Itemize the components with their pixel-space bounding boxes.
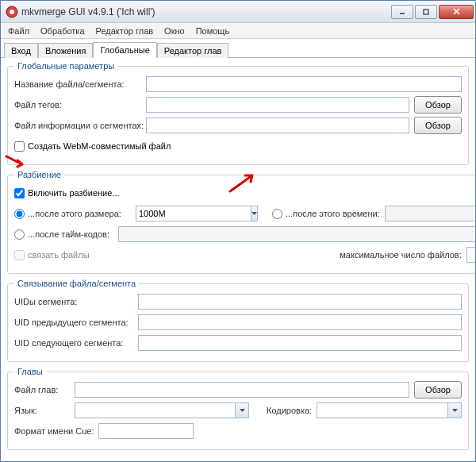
tab-global[interactable]: Глобальные (93, 42, 156, 58)
next-uid-input[interactable] (138, 335, 462, 351)
group-chapters-legend: Главы (14, 367, 46, 376)
menu-file[interactable]: Файл (2, 25, 35, 37)
svg-point-1 (10, 10, 14, 14)
cue-format-label: Формат имени Cue: (14, 426, 94, 436)
seginfo-file-input[interactable] (146, 117, 409, 133)
seg-uids-label: UIDы сегмента: (14, 297, 133, 306)
split-timecodes-input (118, 226, 475, 242)
window-title: mkvmerge GUI v4.9.1 ('Ich will') (21, 6, 390, 17)
chevron-down-icon[interactable] (448, 402, 462, 418)
group-split-legend: Разбиение (14, 170, 64, 179)
encoding-combo[interactable] (317, 402, 462, 418)
split-time-input (385, 206, 475, 221)
split-time-combo[interactable] (385, 206, 475, 221)
tab-input[interactable]: Вход (4, 43, 38, 58)
seg-uids-input[interactable] (138, 294, 462, 310)
group-split: Разбиение Включить разбиение... ...после… (7, 170, 475, 274)
svg-rect-3 (424, 10, 428, 14)
encoding-label: Кодировка: (267, 406, 312, 415)
tags-file-label: Файл тегов: (14, 100, 141, 110)
enable-split-checkbox[interactable]: Включить разбиение... (14, 188, 120, 198)
language-input[interactable] (75, 402, 236, 418)
split-size-combo[interactable] (136, 206, 255, 221)
language-label: Язык: (14, 406, 70, 415)
seginfo-file-label: Файл информации о сегментах: (14, 121, 141, 130)
segment-name-input[interactable] (146, 76, 462, 92)
chevron-down-icon[interactable] (251, 206, 258, 221)
group-linking: Связывание файла/сегмента UIDы сегмента:… (7, 279, 469, 362)
split-size-input[interactable] (136, 206, 251, 221)
cue-format-input[interactable] (98, 423, 194, 439)
chevron-down-icon[interactable] (236, 402, 249, 418)
group-chapters: Главы Файл глав: Обзор Язык: Кодировка: (7, 367, 469, 450)
titlebar: mkvmerge GUI v4.9.1 ('Ich will') (1, 1, 475, 23)
next-uid-label: UID следующего сегмента: (14, 338, 133, 348)
seginfo-browse-button[interactable]: Обзор (414, 117, 462, 134)
prev-uid-input[interactable] (138, 314, 462, 330)
tabbar: Вход Вложения Глобальные Редактор глав (1, 40, 475, 58)
menu-processing[interactable]: Обработка (35, 25, 90, 37)
link-files-checkbox[interactable]: связать файлы (14, 250, 90, 260)
group-global: Глобальные параметры Название файла/сегм… (7, 61, 469, 165)
webm-checkbox[interactable]: Создать WebM-совместимый файл (14, 141, 171, 152)
menu-chapter-editor[interactable]: Редактор глав (90, 25, 159, 37)
chapter-file-label: Файл глав: (14, 385, 70, 395)
max-files-input[interactable] (466, 247, 475, 263)
app-icon (6, 6, 18, 18)
tags-browse-button[interactable]: Обзор (414, 96, 462, 114)
menubar: Файл Обработка Редактор глав Окно Помощь (1, 23, 475, 39)
segment-name-label: Название файла/сегмента: (14, 79, 141, 89)
close-button[interactable] (439, 5, 474, 19)
tab-attachments[interactable]: Вложения (38, 43, 94, 58)
tags-file-input[interactable] (146, 97, 409, 113)
split-after-size-radio[interactable]: ...после этого размера: (14, 209, 131, 219)
chapter-file-input[interactable] (75, 382, 409, 398)
encoding-input[interactable] (317, 402, 448, 418)
chapter-browse-button[interactable]: Обзор (414, 381, 462, 398)
language-combo[interactable] (75, 402, 249, 418)
minimize-button[interactable] (391, 5, 413, 19)
max-files-label: максимальное число файлов: (340, 250, 461, 260)
maximize-button[interactable] (415, 5, 437, 19)
tab-chapter-editor[interactable]: Редактор глав (157, 43, 229, 58)
menu-window[interactable]: Окно (159, 25, 190, 37)
group-linking-legend: Связывание файла/сегмента (14, 279, 139, 288)
prev-uid-label: UID предыдущего сегмента: (14, 318, 133, 327)
split-after-time-radio[interactable]: ...после этого времени: (272, 209, 380, 219)
group-global-legend: Глобальные параметры (14, 61, 117, 71)
split-after-timecodes-radio[interactable]: ...после тайм-кодов: (14, 229, 113, 240)
menu-help[interactable]: Помощь (190, 25, 236, 37)
